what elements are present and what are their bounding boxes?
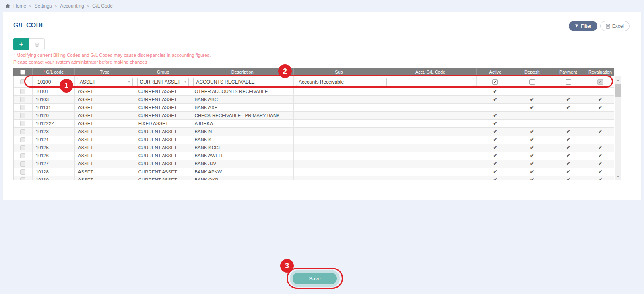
cell-payment: ✔ [550, 96, 586, 103]
description-input[interactable] [193, 78, 291, 86]
cell-group: CURRENT ASSET [135, 96, 192, 103]
cell-active: ✔ [477, 152, 514, 160]
column-header-payment[interactable]: Payment [550, 68, 586, 76]
breadcrumb-separator: > [29, 4, 31, 8]
cell-payment: ✔ [550, 160, 586, 168]
select-all-checkbox[interactable] [20, 70, 25, 75]
breadcrumb-item[interactable]: G/L Code [92, 3, 113, 9]
breadcrumb-item[interactable]: Accounting [60, 3, 84, 9]
cell-type: ASSET [75, 104, 135, 111]
column-header-type[interactable]: Type [75, 68, 135, 76]
cell-sub [294, 168, 384, 176]
delete-row-button[interactable] [29, 38, 45, 50]
active-checkbox[interactable] [492, 79, 498, 85]
table-row[interactable]: 10130ASSETCURRENT ASSETBANK OKP✔✔✔✔ [14, 176, 614, 180]
cell-description: AJDHKA [191, 120, 294, 127]
cell-active: ✔ [477, 136, 514, 144]
cell-revaluation: ✔ [586, 168, 614, 176]
column-header-active[interactable]: Active [477, 68, 514, 76]
row-checkbox[interactable] [20, 169, 25, 175]
cell-revaluation: ✔ [586, 176, 614, 180]
cell-type: ASSET [75, 144, 135, 152]
column-header-revaluation[interactable]: Revaluation [586, 68, 614, 76]
gl-code-input[interactable] [35, 78, 72, 86]
cell-description: BANK K [191, 136, 294, 144]
payment-checkbox[interactable] [566, 79, 571, 85]
table-row[interactable]: 10128ASSETCURRENT ASSETBANK APKW✔✔✔✔ [14, 168, 614, 176]
row-checkbox[interactable] [20, 121, 25, 126]
row-checkbox[interactable] [20, 145, 25, 150]
cell-group: CURRENT ASSET [135, 104, 192, 111]
vertical-scrollbar[interactable]: ▲ ▼ [615, 76, 621, 180]
table-row[interactable]: 10123ASSETCURRENT ASSETBANK N✔✔✔✔ [14, 128, 614, 136]
cell-group: CURRENT ASSET [135, 88, 192, 95]
table-row[interactable]: 10120ASSETCURRENT ASSETCHECK RECEIVABLE … [14, 112, 614, 120]
row-checkbox[interactable] [20, 105, 25, 110]
row-checkbox[interactable] [20, 129, 25, 134]
column-header-description[interactable]: Description [191, 68, 294, 76]
table-row[interactable]: 10127ASSETCURRENT ASSETBANK JJV✔✔✔✔ [14, 160, 614, 168]
revaluation-checkbox[interactable] [597, 79, 603, 85]
edit-row[interactable]: ASSET ▼ CURRENT ASSET ▼ [14, 76, 614, 88]
row-checkbox[interactable] [20, 137, 25, 142]
cell-sub [294, 160, 384, 168]
cell-type: ASSET [75, 152, 135, 160]
cell-acct_gl_code [384, 120, 477, 127]
row-checkbox[interactable] [20, 89, 25, 94]
breadcrumb-item[interactable]: Home [13, 3, 26, 9]
cell-sub [294, 128, 384, 136]
row-checkbox[interactable] [20, 113, 25, 118]
edit-row-checkbox[interactable] [20, 79, 25, 84]
cell-payment [550, 112, 586, 119]
row-checkbox[interactable] [20, 97, 25, 102]
table-row[interactable]: 10126ASSETCURRENT ASSETBANK AWELL✔✔✔✔ [14, 152, 614, 160]
save-button[interactable]: Save [293, 273, 337, 284]
column-header-acct_gl_code[interactable]: Acct. G/L Code [384, 68, 477, 76]
row-checkbox[interactable] [20, 177, 25, 180]
cell-deposit [514, 88, 550, 95]
row-checkbox[interactable] [20, 153, 25, 158]
acct-gl-code-input[interactable] [386, 78, 475, 86]
excel-export-button[interactable]: Excel [600, 21, 630, 31]
add-row-button[interactable]: + [13, 38, 29, 50]
cell-gl_code: 10124 [33, 136, 75, 144]
cell-acct_gl_code [384, 96, 477, 103]
cell-gl_code: 101131 [33, 104, 75, 111]
column-header-deposit[interactable]: Deposit [514, 68, 550, 76]
type-select[interactable]: ASSET ▼ [77, 78, 133, 86]
cell-sub [294, 112, 384, 119]
scroll-up-arrow-icon[interactable]: ▲ [615, 77, 621, 83]
cell-active: ✔ [477, 144, 514, 152]
cell-acct_gl_code [384, 144, 477, 152]
cell-type: ASSET [75, 160, 135, 168]
scroll-down-arrow-icon[interactable]: ▼ [615, 173, 621, 179]
table-row[interactable]: 10101ASSETCURRENT ASSETOTHER ACCOUNTS RE… [14, 88, 614, 96]
cell-description: BANK AWELL [191, 152, 294, 160]
table-row[interactable]: 10124ASSETCURRENT ASSETBANK K✔✔✔ [14, 136, 614, 144]
cell-revaluation: ✔ [586, 96, 614, 103]
column-header-sub[interactable]: Sub [294, 68, 384, 76]
row-checkbox[interactable] [20, 161, 25, 167]
breadcrumb-item[interactable]: Settings [34, 3, 52, 9]
table-row[interactable]: 10103ASSETCURRENT ASSETBANK ABC✔✔✔✔ [14, 96, 614, 104]
filter-button[interactable]: Filter [569, 21, 597, 31]
group-select[interactable]: CURRENT ASSET ▼ [137, 78, 189, 86]
type-select-value: ASSET [77, 78, 126, 86]
table-row[interactable]: 101131ASSETCURRENT ASSETBANK AXP✔✔✔ [14, 104, 614, 112]
cell-payment [550, 120, 586, 127]
deposit-checkbox[interactable] [529, 79, 535, 85]
cell-deposit [514, 120, 550, 127]
scrollbar-thumb[interactable] [615, 84, 621, 97]
annotation-badge-3: 3 [280, 259, 294, 273]
sub-input[interactable] [296, 78, 382, 86]
cell-revaluation [586, 136, 614, 144]
column-header-group[interactable]: Group [135, 68, 192, 76]
column-header-gl_code[interactable]: *G/L code [33, 68, 75, 76]
cell-deposit: ✔ [514, 144, 550, 152]
cell-payment: ✔ [550, 152, 586, 160]
table-row[interactable]: 1012222ASSETFIXED ASSETAJDHKA✔ [14, 120, 614, 128]
cell-acct_gl_code [384, 176, 477, 180]
cell-group: CURRENT ASSET [135, 168, 192, 176]
cell-type: ASSET [75, 128, 135, 136]
table-row[interactable]: 10125ASSETCURRENT ASSETBANK KCGL✔✔✔✔ [14, 144, 614, 152]
